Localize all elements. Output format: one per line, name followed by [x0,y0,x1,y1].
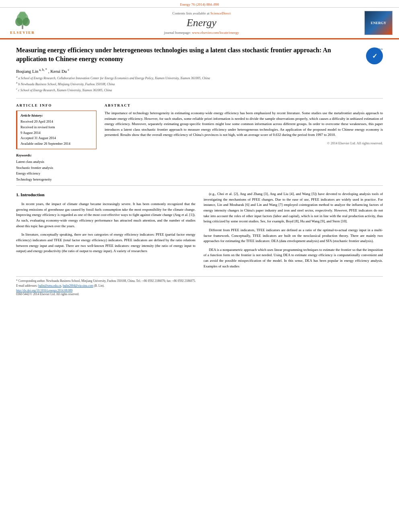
received-revised-label: Received in revised form [21,125,93,130]
article-container: Measuring energy efficiency under hetero… [0,39,399,296]
email-line: E-mail addresses: bqlin@xmu.edu.cn, bqli… [16,284,383,288]
article-history-block: Article history: Received 20 April 2014 … [16,111,97,149]
journal-name: Energy [43,17,360,29]
doi-link[interactable]: http://dx.doi.org/10.1016/j.energy.2014.… [16,289,72,292]
author2-name: , Kerui Du [48,68,67,73]
homepage-line: journal homepage: www.elsevier.com/locat… [43,31,360,35]
elsevier-logo: ELSEVIER [6,12,39,35]
elsevier-tree-icon [10,12,35,30]
journal-citation: Energy 76 (2014) 884–890 [180,2,219,6]
affiliations: a a School of Energy Research, Collabora… [16,75,383,92]
intro-section-title: Introduction [21,192,45,197]
email-note: (B. Lin). [94,284,105,288]
affiliation-a: a a School of Energy Research, Collabora… [16,75,383,81]
keyword-1: Latent class analysis [16,159,97,164]
sciencedirect-line: Contents lists available at ScienceDirec… [43,11,360,15]
copyright-line: © 2014 Elsevier Ltd. All rights reserved… [105,141,383,148]
energy-logo-text: ENERGY [371,21,387,25]
body-section: 1. Introduction In recent years, the imp… [16,185,383,272]
abstract-text: The importance of technology heterogenei… [105,111,383,138]
article-info-label: ARTICLE INFO [16,103,97,107]
issn-line: 0360-5442/© 2014 Elsevier Ltd. All right… [16,292,383,296]
energy-logo-right: ENERGY [364,11,393,35]
body-right-column: (e.g., Choi et al. [2], Ang and Zhang [3… [204,191,383,272]
keywords-title: Keywords: [16,153,97,157]
email2-link[interactable]: bqlin2004@vip.sina.com [63,284,93,288]
revised-date: 9 August 2014 [21,130,93,136]
crossmark-logo: ✓ [366,47,383,64]
intro-paragraph-1: In recent years, the impact of climate c… [16,201,195,229]
journal-header: ELSEVIER Contents lists available at Sci… [0,8,399,39]
keyword-3: Energy efficiency [16,170,97,176]
affiliation-c: c c School of Energy Research, Xiamen Un… [16,87,383,93]
abstract-column: ABSTRACT The importance of technology he… [105,103,383,182]
keyword-4: Technology heterogeneity [16,177,97,182]
doi-line: http://dx.doi.org/10.1016/j.energy.2014.… [16,289,383,292]
accepted-date: Accepted 31 August 2014 [21,136,93,141]
article-history-title: Article history: [21,113,93,117]
intro-section-num: 1. [16,192,19,197]
right-paragraph-3: DEA is a nonparametric approach which us… [204,247,383,269]
right-paragraph-2: Different from PFEE indicators, TFEE ind… [204,228,383,244]
article-title-section: Measuring energy efficiency under hetero… [16,46,383,64]
authors-line: Boqiang Lin a, b, * , Kerui Du c [16,68,383,74]
body-left-column: 1. Introduction In recent years, the imp… [16,191,195,272]
keywords-block: Keywords: Latent class analysis Stochast… [16,153,97,182]
intro-heading: 1. Introduction [16,191,195,198]
crossmark-icon: ✓ [372,52,377,60]
homepage-text: journal homepage: [164,31,191,35]
abstract-label: ABSTRACT [105,103,383,107]
article-info-abstract-section: ARTICLE INFO Article history: Received 2… [16,98,383,182]
journal-info: Contents lists available at ScienceDirec… [43,11,360,35]
intro-paragraph-2: In literature, conceptually speaking, th… [16,232,195,254]
affiliation-b: b b Newhuadu Business School, Minjiang U… [16,81,383,87]
journal-top-bar: Energy 76 (2014) 884–890 [0,0,399,8]
author2-superscript: c [67,68,69,72]
right-paragraph-1: (e.g., Choi et al. [2], Ang and Zhang [3… [204,191,383,224]
email-label: E-mail addresses: [16,284,37,288]
sciencedirect-text: Contents lists available at [173,11,210,15]
received-date: Received 20 April 2014 [21,119,93,125]
article-title: Measuring energy efficiency under hetero… [16,46,383,64]
svg-rect-0 [22,25,23,29]
article-info-column: ARTICLE INFO Article history: Received 2… [16,103,97,182]
available-date: Available online 26 September 2014 [21,141,93,147]
elsevier-label: ELSEVIER [10,31,35,35]
author1-name: Boqiang Lin [16,68,38,73]
corresponding-author-note: * Corresponding author. Newhuadu Busines… [16,279,383,283]
email1-link[interactable]: bqlin@xmu.edu.cn [38,284,61,288]
footer-section: * Corresponding author. Newhuadu Busines… [16,276,383,296]
sciencedirect-link[interactable]: ScienceDirect [210,11,230,15]
crossmark-wrapper: ✓ CrossMark [372,47,383,50]
keyword-2: Stochastic frontier analysis [16,165,97,170]
homepage-link[interactable]: www.elsevier.com/locate/energy [192,31,239,35]
author1-superscript: a, b, * [38,68,47,72]
